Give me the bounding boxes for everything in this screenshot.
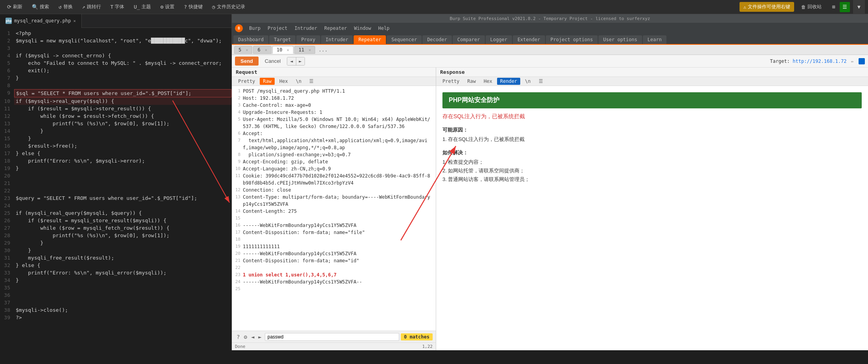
tab-extender[interactable]: Extender xyxy=(513,35,545,44)
font-icon: T xyxy=(110,4,114,10)
burp-panel: Burp Suite Professional v2021.8.2 - Temp… xyxy=(232,14,868,350)
line-number: 36 xyxy=(0,291,14,299)
res-subtab-hex[interactable]: Hex xyxy=(481,78,495,85)
send-button[interactable]: Send xyxy=(235,57,259,66)
tab-intruder[interactable]: Intruder xyxy=(321,35,353,44)
line-number: 3 xyxy=(0,44,14,52)
solution-item-3: 3. 普通网站访客，请联系网站管理员； xyxy=(442,176,862,183)
recycle-btn[interactable]: 🗑 回收站 xyxy=(797,2,826,12)
req-line-number: 7 xyxy=(235,137,243,151)
search-icon: 🔍 xyxy=(32,4,38,10)
theme-btn[interactable]: U̲ 主题 xyxy=(130,2,155,12)
tab-comparer[interactable]: Comparer xyxy=(453,35,485,44)
rep-tab-11[interactable]: 11 × xyxy=(294,46,316,54)
history-btn[interactable]: ◷ 文件历史记录 xyxy=(208,2,249,12)
burp-menu-repeater[interactable]: Repeater xyxy=(321,24,350,32)
edit-target-btn[interactable]: ✏ xyxy=(851,59,854,64)
line-content: } xyxy=(14,276,231,284)
code-line: 7} xyxy=(0,74,231,82)
req-subtab-raw[interactable]: Raw xyxy=(260,78,275,85)
search-prev-icon[interactable]: ◄ xyxy=(250,333,256,341)
line-number: 6 xyxy=(0,67,14,74)
request-line: 9Accept-Encoding: gzip, deflate xyxy=(235,158,433,165)
line-content xyxy=(14,179,231,187)
rep-tab-10[interactable]: 10 × xyxy=(272,46,294,54)
res-subtab-newline[interactable]: \n xyxy=(522,78,534,85)
tab-target[interactable]: Target xyxy=(269,35,295,44)
shortcuts-btn[interactable]: ? 快捷键 xyxy=(180,2,207,12)
replace-btn[interactable]: ↺ 替换 xyxy=(55,2,77,12)
file-ops-btn[interactable]: ⚠ 文件操作可使用右键 xyxy=(740,2,794,12)
grid-view-btn[interactable]: ⊞ xyxy=(829,2,839,12)
line-content: if ($mysqli -> connect_errno) { xyxy=(14,52,231,59)
close-tab-btn[interactable]: × xyxy=(73,18,76,24)
settings-btn[interactable]: ⚙ 设置 xyxy=(156,2,178,12)
line-number: 13 xyxy=(0,120,14,127)
list-view-btn[interactable]: ☰ xyxy=(840,2,850,12)
solution-block: 如何解决： 1. 检查提交内容； 2. 如网站托管，请联系空间提供商； 3. 普… xyxy=(442,149,862,183)
request-line: 10Accept-Language: zh-CN,zh;q=0.9 xyxy=(235,165,433,172)
req-line-number: 10 xyxy=(235,165,243,172)
line-content: printf("%s (%s)\n", $row[0], $row[1]); xyxy=(14,232,231,239)
line-content: if (mysqli_real_query($mysqli, $query)) … xyxy=(14,209,231,217)
burp-menu-help[interactable]: Help xyxy=(375,24,393,32)
search-input[interactable] xyxy=(265,333,399,341)
burp-menu-window[interactable]: Window xyxy=(351,24,374,32)
toggle-btn[interactable] xyxy=(859,58,865,64)
solution-item-1: 1. 检查提交内容； xyxy=(442,159,862,166)
line-number: 4 xyxy=(0,52,14,59)
line-number: 14 xyxy=(0,127,14,135)
req-line-text: ------WebKitFormBoundaryp14yCcs1Y5W5ZVFA xyxy=(243,250,356,257)
req-line-text: POST /mysqli_read_query.php HTTP/1.1 xyxy=(243,88,345,95)
req-subtab-newline[interactable]: \n xyxy=(293,78,305,85)
code-line: 14 } xyxy=(0,127,231,135)
req-line-text: ------WebKitFormBoundaryp14yCcs1Y5W5ZVFA xyxy=(243,222,356,229)
tab-user-options[interactable]: User options xyxy=(598,35,642,44)
cancel-button[interactable]: Cancel xyxy=(262,57,284,66)
line-content: $mysqli = new mysqli("localhost", "root"… xyxy=(14,37,231,44)
burp-menu-burp[interactable]: Burp xyxy=(246,24,264,32)
req-line-text: Content-Length: 275 xyxy=(243,208,297,215)
tab-project-options[interactable]: Project options xyxy=(546,35,598,44)
search-settings-icon[interactable]: ⚙ xyxy=(242,333,248,341)
refresh-btn[interactable]: ⟳ 刷新 xyxy=(3,2,26,12)
req-subtab-hex[interactable]: Hex xyxy=(276,78,291,85)
tab-dashboard[interactable]: Dashboard xyxy=(233,35,268,44)
tab-learn[interactable]: Learn xyxy=(643,35,666,44)
line-content: if ($result = mysqli_store_result($mysql… xyxy=(14,217,231,224)
res-subtab-menu[interactable]: ☰ xyxy=(536,78,546,85)
request-line: 8 plication/signed-exchange;v=b3;q=0.7 xyxy=(235,151,433,158)
burp-menu-intruder[interactable]: Intruder xyxy=(291,24,320,32)
burp-menu-project[interactable]: Project xyxy=(264,24,291,32)
tab-repeater[interactable]: Repeater xyxy=(354,35,386,44)
req-subtab-menu[interactable]: ☰ xyxy=(306,78,317,85)
tab-logger[interactable]: Logger xyxy=(486,35,512,44)
goto-btn[interactable]: ↗ 跳转行 xyxy=(78,2,105,12)
line-content: } xyxy=(14,165,231,172)
res-subtab-render[interactable]: Render xyxy=(497,78,520,85)
req-subtab-pretty[interactable]: Pretty xyxy=(235,78,258,85)
rep-tab-6[interactable]: 6 × xyxy=(253,46,271,54)
req-line-number: 20 xyxy=(235,250,243,257)
res-subtab-raw[interactable]: Raw xyxy=(464,78,479,85)
line-content: } xyxy=(14,239,231,247)
line-number: 12 xyxy=(0,112,14,120)
search-help-icon[interactable]: ? xyxy=(235,333,241,341)
clock-icon: ◷ xyxy=(212,4,215,10)
tab-decoder[interactable]: Decoder xyxy=(422,35,452,44)
nav-prev-btn[interactable]: ◄ xyxy=(287,57,296,65)
tab-sequencer[interactable]: Sequencer xyxy=(387,35,422,44)
tab-proxy[interactable]: Proxy xyxy=(296,35,320,44)
code-line: 5 echo "Failed to connect to MySQL: " . … xyxy=(0,59,231,67)
rep-tab-more[interactable]: ... xyxy=(316,46,330,53)
req-line-text: Accept-Language: zh-CN,zh;q=0.9 xyxy=(243,165,331,172)
file-tab[interactable]: php mysql_read_query.php × xyxy=(0,14,82,28)
nav-next-btn[interactable]: ► xyxy=(296,57,305,65)
rep-tab-5[interactable]: 5 × xyxy=(234,46,252,54)
res-subtab-pretty[interactable]: Pretty xyxy=(439,78,462,85)
possible-cause-item-1: 1. 存在SQL注入行为，已被系统拦截 xyxy=(442,136,862,143)
font-btn[interactable]: T 字体 xyxy=(106,2,128,12)
search-next-icon[interactable]: ► xyxy=(257,333,263,341)
chevron-btn[interactable]: ▼ xyxy=(853,0,865,14)
search-btn[interactable]: 🔍 搜索 xyxy=(28,2,53,12)
